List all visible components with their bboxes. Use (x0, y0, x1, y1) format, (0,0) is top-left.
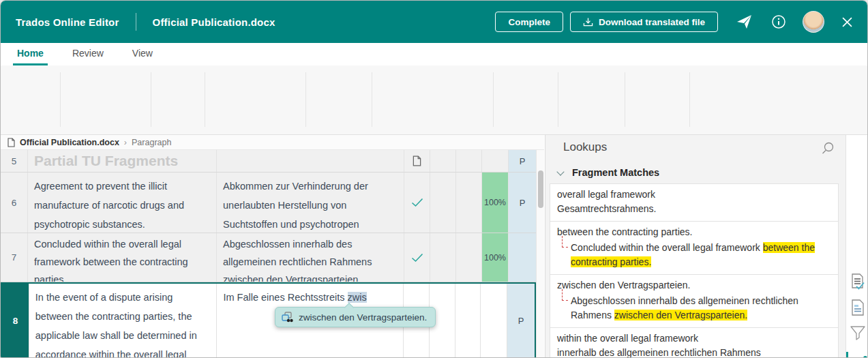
match-cell (482, 150, 509, 172)
target-cell[interactable]: Abgeschlossen innerhalb des allgemeinen … (217, 233, 404, 282)
fragment-match-item[interactable]: between the contracting parties. Conclud… (550, 221, 839, 275)
tab-home[interactable]: Home (13, 43, 48, 65)
segment-number[interactable]: 5 (1, 150, 28, 172)
document-title: Official Publication.docx (153, 16, 275, 28)
fragment-match-item[interactable]: within the overall legal framework inner… (550, 327, 839, 358)
locked-flag-cell (509, 233, 536, 282)
grid-scrollbar-thumb[interactable] (538, 170, 543, 208)
filter-icon[interactable] (850, 325, 865, 342)
breadcrumb: Official Publication.docx › Paragraph (1, 135, 544, 150)
grid-scrollbar (536, 150, 544, 357)
locked-flag-cell: P (509, 150, 536, 172)
locked-flag-cell: P (509, 173, 536, 233)
ribbon-tabs: Home Review View (1, 43, 867, 65)
fragment-matches-section-header[interactable]: Fragment Matches (558, 167, 659, 178)
locked-flag-cell: P (507, 284, 535, 357)
source-cell[interactable]: In the event of a dispute arising betwee… (29, 284, 218, 357)
segment-row-5: 5 Partial TU Fragments P (1, 150, 536, 173)
info-icon[interactable] (771, 14, 786, 29)
ribbon: ↺ Undo ↻ Redo History Paste ✂ Cut (1, 65, 867, 135)
structure-document-icon (413, 155, 421, 166)
app-title: Trados Online Editor (16, 16, 119, 28)
confirmed-check-icon (411, 253, 423, 263)
active-panel-indicator (846, 352, 848, 358)
titlebar-divider (136, 13, 136, 31)
match-cell (481, 284, 507, 357)
highlighted-fragment: zwischen den Vertragsparteien. (614, 310, 747, 320)
download-icon (583, 17, 593, 27)
chevron-down-icon (556, 168, 564, 175)
breadcrumb-section[interactable]: Paragraph (132, 138, 171, 147)
document-icon (8, 138, 15, 147)
download-translated-file-button[interactable]: Download translated file (570, 12, 718, 32)
file-details-icon[interactable] (850, 299, 865, 316)
status-cell (404, 233, 430, 282)
segment-row-8-active: 8 In the event of a dispute arising betw… (1, 282, 536, 358)
close-icon[interactable] (842, 17, 852, 27)
match-cell: 100% (482, 173, 509, 233)
lookups-panel: Lookups Fragment Matches overall legal f… (545, 135, 845, 357)
paper-plane-icon[interactable] (736, 14, 753, 30)
titlebar: Trados Online Editor Official Publicatio… (1, 1, 867, 43)
autosuggest-popup[interactable]: zwischen den Vertragsparteien. (275, 307, 436, 327)
tab-view[interactable]: View (128, 43, 157, 65)
segment-number[interactable]: 7 (1, 233, 28, 282)
fragment-match-item[interactable]: zwischen den Vertragsparteien. Abgeschlo… (550, 274, 839, 328)
segment-row-6: 6 Agreement to prevent the illicit manuf… (1, 173, 536, 233)
breadcrumb-document[interactable]: Official Publication.docx (20, 138, 119, 147)
match-cell: 100% (482, 233, 509, 282)
fragment-match-icon (282, 312, 293, 323)
status-cell (404, 173, 430, 233)
segment-number[interactable]: 6 (1, 173, 28, 233)
fragment-match-item[interactable]: overall legal framework Gesamtrechtsrahm… (550, 183, 839, 222)
target-cell[interactable]: Abkommen zur Verhinderung der unerlaubte… (217, 173, 404, 233)
trados-online-editor-window: Trados Online Editor Official Publicatio… (0, 0, 868, 358)
source-cell[interactable]: Agreement to prevent the illicit manufac… (28, 173, 217, 233)
lookups-title: Lookups (563, 140, 607, 154)
autosuggest-selection: zwis (348, 292, 367, 303)
fragment-match-list: overall legal framework Gesamtrechtsrahm… (550, 184, 839, 358)
complete-button[interactable]: Complete (495, 12, 563, 32)
segment-row-7: 7 Concluded within the overall legal fra… (1, 233, 536, 282)
target-cell[interactable] (217, 150, 404, 172)
review-document-icon[interactable] (850, 273, 865, 290)
user-avatar[interactable] (803, 11, 824, 33)
side-toolbar (845, 135, 868, 357)
editor-main: Official Publication.docx › Paragraph 5 … (1, 135, 867, 357)
status-cell (404, 150, 430, 172)
confirmed-check-icon (411, 198, 423, 207)
tab-review[interactable]: Review (68, 43, 108, 65)
search-icon[interactable] (821, 141, 835, 155)
segment-number[interactable]: 8 (2, 284, 29, 357)
source-cell[interactable]: Partial TU Fragments (28, 150, 217, 172)
source-cell[interactable]: Concluded within the overall legal frame… (28, 233, 217, 282)
